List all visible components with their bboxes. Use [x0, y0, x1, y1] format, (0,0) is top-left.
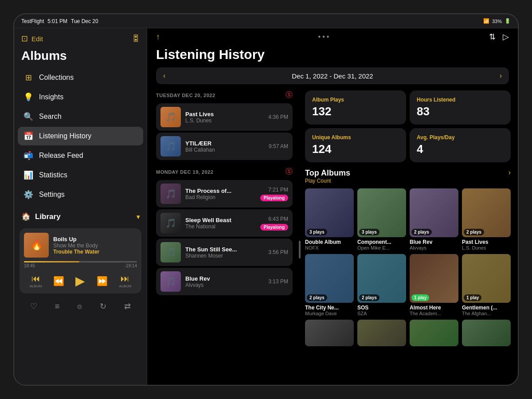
plays-badge: 1 play [464, 294, 481, 301]
queue-icon[interactable]: ≡ [55, 302, 60, 311]
album-card-alvvays[interactable]: 2 plays Blue Rev Alvvays [410, 188, 458, 250]
wifi-icon: 📶 [483, 18, 489, 24]
rewind-button[interactable]: ⏪ [53, 276, 64, 286]
album-cover [357, 320, 406, 346]
edit-button[interactable]: Edit [31, 35, 43, 43]
track-item[interactable]: 🎵 Past Lives L.S. Dunes 4:36 PM [156, 103, 293, 131]
stats-label: Statistics [39, 171, 67, 179]
sidebar-item-listening-history[interactable]: 📅 Listening History [18, 127, 143, 145]
track-info: Sleep Well Beast The National [185, 217, 256, 230]
track-name: The Sun Still See... [185, 246, 264, 253]
album-card-bottom2[interactable] [357, 320, 406, 348]
album-card-pastlives[interactable]: 2 plays Past Lives L.S. Dunes [462, 188, 511, 250]
library-header[interactable]: 🏠 Library ▾ [21, 212, 140, 221]
album-card-almosthere[interactable]: 1 play Almost Here The Academ... [410, 254, 458, 316]
play-button[interactable]: ▶ [75, 274, 85, 288]
track-info: The Sun Still See... Shannen Moser [185, 246, 264, 259]
top-albums-more-button[interactable]: › [509, 168, 511, 176]
now-playing-album: Trouble The Water [53, 249, 137, 255]
stat-card-hours: Hours Listened 83 [410, 90, 511, 125]
album-cover: 2 plays [410, 188, 458, 237]
share-icon[interactable]: ↑ [156, 32, 160, 42]
track-art: 🎵 [160, 136, 181, 156]
sort-icon[interactable]: ⇅ [489, 32, 496, 42]
sidebar-item-insights[interactable]: 💡 Insights [18, 88, 143, 106]
progress-bar[interactable]: 18:45 -19:14 [24, 261, 137, 268]
track-art: 🎵 [160, 213, 181, 233]
album-artist: Alvvays [410, 245, 458, 250]
sidebar-item-collections[interactable]: ⊞ Collections [18, 68, 143, 87]
track-item[interactable]: 🎵 The Process of... Bad Religion 7:21 PM… [156, 180, 293, 207]
track-name: Past Lives [185, 111, 264, 117]
album-plays-label: Album Plays [312, 97, 399, 103]
current-time: 18:45 [24, 263, 35, 268]
track-artist: Bill Callahan [185, 147, 264, 153]
track-item[interactable]: 🎵 YTILÆER Bill Callahan 9:57 AM [156, 133, 293, 160]
sidebar-item-release-feed[interactable]: 📬 Release Feed [18, 146, 143, 165]
play-icon: ▶ [75, 274, 85, 288]
plays-badge: 1 play [411, 294, 429, 301]
tuesday-label: TUESDAY DEC 20, 2022 [156, 93, 215, 98]
progress-fill [24, 261, 79, 262]
library-label: Library [35, 212, 61, 221]
skip-forward-button[interactable]: ⏭ ALBUM [119, 274, 132, 288]
sidebar-item-settings[interactable]: ⚙️ Settings [18, 185, 143, 204]
airplay-icon[interactable]: ⌾ [77, 302, 82, 311]
stat-card-avg: Avg. Plays/Day 4 [410, 128, 511, 162]
lastfm-icon-monday: ⓢ [286, 167, 293, 176]
album-cover: 3 plays [305, 188, 354, 237]
history-label: Listening History [39, 132, 91, 140]
fast-forward-button[interactable]: ⏩ [97, 276, 108, 286]
album-card-bottom1[interactable] [305, 320, 354, 348]
track-item[interactable]: 🎵 The Sun Still See... Shannen Moser 3:5… [156, 239, 293, 266]
date-prev-button[interactable]: ‹ [163, 72, 165, 80]
play-queue-icon[interactable]: ▷ [503, 32, 509, 42]
sidebar: ⊡ Edit 🎛 Albums ⊞ Collections 💡 Insights… [14, 28, 147, 386]
album-name: The City Ne... [305, 305, 354, 311]
track-art: 🎵 [160, 271, 181, 292]
insights-icon: 💡 [23, 92, 34, 102]
track-name: YTILÆER [185, 140, 264, 147]
status-time: 5:01 PM [47, 18, 67, 24]
library-section: 🏠 Library ▾ [14, 207, 147, 225]
track-name: Blue Rev [185, 275, 264, 282]
skip-back-button[interactable]: ⏮ ALBUM [30, 274, 42, 288]
track-info: The Process of... Bad Religion [185, 188, 256, 200]
album-card-bottom3[interactable] [410, 320, 458, 348]
album-artist: SZA [357, 311, 406, 316]
track-item[interactable]: 🎵 Blue Rev Alvvays 3:13 PM [156, 268, 293, 295]
track-art: 🎵 [160, 107, 181, 127]
monday-label: MONDAY DEC 19, 2022 [156, 169, 213, 175]
track-name: Sleep Well Beast [185, 217, 256, 223]
hours-label: Hours Listened [417, 97, 504, 103]
album-card-openmike[interactable]: 3 plays Component... Open Mike E... [357, 188, 406, 250]
sidebar-header: ⊡ Edit 🎛 [14, 28, 147, 47]
heart-icon[interactable]: ♡ [30, 301, 37, 311]
plays-badge: 3 plays [307, 229, 327, 235]
stat-card-unique: Unique Albums 124 [305, 128, 406, 162]
sidebar-item-statistics[interactable]: 📊 Statistics [18, 166, 143, 184]
shuffle-icon[interactable]: ⇄ [124, 301, 131, 311]
album-card-sos[interactable]: 2 plays SOS SZA [357, 254, 406, 316]
feed-label: Release Feed [39, 152, 83, 160]
filter-icon[interactable]: 🎛 [132, 34, 140, 43]
track-time: 4:36 PM [268, 114, 288, 120]
now-playing-artist: Show Me the Body [53, 243, 137, 249]
album-card-nofx[interactable]: 3 plays Double Album NOFX [305, 188, 354, 250]
monday-tracks: 🎵 The Process of... Bad Religion 7:21 PM… [156, 180, 293, 295]
repeat-icon[interactable]: ↻ [100, 301, 106, 311]
feed-icon: 📬 [23, 151, 34, 160]
insights-label: Insights [39, 93, 63, 101]
album-card-gentlemen[interactable]: 1 play Gentlemen (... The Afghan... [462, 254, 511, 316]
sidebar-item-search[interactable]: 🔍 Search [18, 107, 143, 126]
content-area: ↑ ••• ⇅ ▷ Listening History ‹ Dec 1, 202… [147, 28, 518, 386]
tuesday-tracks: 🎵 Past Lives L.S. Dunes 4:36 PM [156, 103, 293, 160]
track-item[interactable]: 🎵 Sleep Well Beast The National 6:43 PM … [156, 209, 293, 237]
search-label: Search [39, 113, 62, 121]
date-next-button[interactable]: › [500, 72, 502, 80]
track-time: 3:56 PM [268, 249, 288, 255]
album-cover: 2 plays [305, 254, 354, 303]
album-card-cityne[interactable]: 2 plays The City Ne... Murkage Dave [305, 254, 354, 316]
album-card-bottom4[interactable] [462, 320, 511, 348]
stats-grid: Album Plays 132 Hours Listened 83 Unique… [305, 90, 511, 162]
